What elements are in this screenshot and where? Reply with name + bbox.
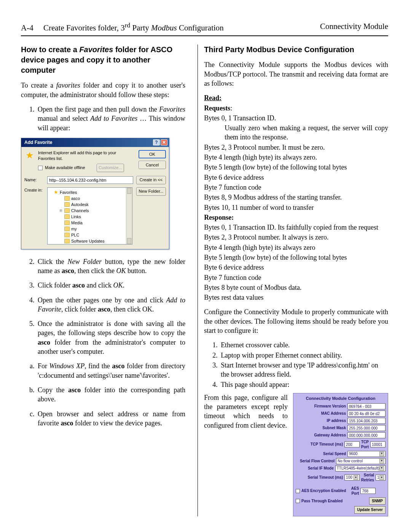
req-line: Byte 6 device address	[204, 173, 388, 182]
new-folder-button[interactable]: New Folder...	[136, 187, 166, 196]
chevron-down-icon: ▾	[379, 459, 384, 463]
mac-field[interactable]: 00 20 4a d8 0e d2	[347, 411, 386, 417]
ip-field[interactable]: 155.104.006.203	[347, 418, 386, 424]
createin-label: Create in:	[24, 187, 44, 193]
step-5: Once the administrator is done with savi…	[36, 319, 185, 356]
side-text: From this page, configure all the parame…	[204, 393, 288, 516]
folder-icon	[64, 196, 70, 201]
cfg-para: Configure the Connectivity Module to pro…	[204, 307, 388, 335]
serialif-select[interactable]: TTLRS485-4wire(default)▾	[335, 465, 386, 471]
req-line: Byte 7 function code	[204, 183, 388, 192]
tcptimeout-field[interactable]: 200	[344, 441, 360, 447]
req-line: Bytes 10, 11 number of word to transfer	[204, 203, 388, 212]
ok-button[interactable]: OK	[139, 150, 166, 158]
resp-line: Bytes 2, 3 Protocol number. It always is…	[204, 233, 388, 242]
close-icon[interactable]: ✕	[161, 139, 167, 145]
folder-icon	[64, 202, 70, 207]
page-header: A-4 Create Favorites folder, 3rd Party M…	[21, 21, 388, 33]
offline-checkbox[interactable]	[38, 166, 43, 170]
aes-checkbox[interactable]	[296, 489, 300, 493]
createin-toggle-button[interactable]: Create in <<	[136, 176, 166, 184]
folder-icon	[64, 220, 70, 225]
chevron-down-icon: ▾	[379, 466, 384, 471]
snmp-button[interactable]: SNMP	[369, 497, 386, 505]
read-heading: Read:	[204, 94, 221, 102]
resp-line: Byte 5 length (low byte) of the followin…	[204, 253, 388, 262]
add-favorite-dialog: Add Favorite ? ✕ ★ Internet Explorer wil…	[21, 138, 169, 249]
dialog-title: Add Favorite	[24, 139, 52, 145]
chevron-down-icon: ▾	[379, 475, 384, 480]
req-line: Bytes 8, 9 Modbus address of the startin…	[204, 193, 388, 202]
folder-tree[interactable]: ★Favorites asco Autodesk ⊞Channels Links…	[47, 187, 132, 244]
substep-a: For Windows XP, find the asco folder fro…	[36, 361, 185, 380]
right-intro: The Connectivity Module supports the Mod…	[204, 60, 388, 88]
substep-c: Open browser and select address or name …	[36, 409, 185, 428]
serialtimeout-select[interactable]: 100▾	[344, 474, 360, 481]
cfg-step: Ethernet crossover cable.	[219, 340, 388, 350]
resp-line: Bytes rest data values	[204, 293, 388, 302]
help-icon[interactable]: ?	[153, 139, 160, 145]
dialog-titlebar[interactable]: Add Favorite ? ✕	[21, 138, 169, 147]
update-server-button[interactable]: Update Server	[354, 506, 386, 514]
serialspeed-select[interactable]: 9600▾	[347, 451, 386, 457]
chevron-down-icon: ▾	[354, 475, 358, 480]
cfg-step: Start Internet browser and type 'IP addr…	[219, 361, 388, 379]
folder-icon	[64, 214, 70, 219]
cfg-step: This page should appear:	[219, 380, 388, 389]
cfg-title: Connectivity Module Configuration	[296, 396, 386, 401]
name-input[interactable]	[47, 176, 133, 184]
aesport-field[interactable]: 768	[360, 488, 376, 494]
resp-line: Byte 4 length (high byte) its always zer…	[204, 243, 388, 252]
step-4: Open the other pages one by one and clic…	[36, 296, 185, 314]
subnet-field[interactable]: 255.255.000.000	[347, 425, 386, 431]
resp-line: Bytes 8 byte count of Modbus data.	[204, 283, 388, 292]
favorites-icon: ★	[54, 189, 58, 195]
resp-line: Bytes 0, 1 Transaction ID. Its faithfull…	[204, 223, 388, 232]
page-number: A-4	[21, 23, 33, 32]
step-3: Click folder asco and click OK.	[36, 281, 185, 290]
dialog-message: Internet Explorer will add this page to …	[38, 150, 132, 161]
gateway-field[interactable]: 000.000.000.000	[347, 432, 386, 438]
header-right: Connectivity Module	[320, 21, 388, 33]
step-1: Open the first page and then pull down t…	[36, 105, 185, 133]
customize-button: Customize...	[97, 164, 124, 172]
star-icon: ★	[24, 150, 35, 161]
cancel-button[interactable]: Cancel	[139, 161, 166, 169]
serialretries-select[interactable]: 1▾	[376, 474, 386, 481]
resp-line: Byte 6 device address	[204, 263, 388, 272]
substep-b: Copy the asco folder into the correspond…	[36, 385, 185, 404]
serialflow-select[interactable]: No flow control▾	[336, 458, 386, 464]
step-2: Click the New Folder button, type the ne…	[36, 257, 185, 276]
passthrough-checkbox[interactable]	[296, 499, 300, 503]
folder-icon	[64, 239, 70, 243]
folder-icon	[64, 233, 70, 237]
resp-line: Byte 7 function code	[204, 273, 388, 282]
req-line: Bytes 2, 3 Protocol number. It must be z…	[204, 143, 388, 152]
offline-label: Make available offline	[45, 165, 85, 171]
req-line: Usually zero when making a request, the …	[225, 123, 388, 142]
requests-heading: Requests	[204, 104, 230, 112]
chevron-down-icon: ▾	[379, 452, 384, 456]
req-line: Byte 5 length (low byte) of the followin…	[204, 163, 388, 172]
req-line: Bytes 0, 1 Transaction ID.	[204, 113, 388, 123]
folder-icon	[64, 208, 70, 213]
tree-scrollbar[interactable]	[126, 188, 132, 244]
config-panel: Connectivity Module Configuration Firmwa…	[293, 393, 388, 516]
right-heading: Third Party Modbus Device Configuration	[204, 45, 388, 55]
tcpport-field[interactable]: 10001	[370, 441, 386, 447]
req-line: Byte 4 length (high byte) its always zer…	[204, 153, 388, 162]
name-label: Name:	[24, 177, 44, 183]
left-intro: To create a favorites folder and copy it…	[21, 81, 185, 99]
response-heading: Response:	[204, 214, 234, 221]
left-heading: How to create a Favorites folder for ASC…	[21, 45, 185, 75]
folder-icon	[64, 227, 70, 231]
firmware-field[interactable]: 869764 - 003	[347, 403, 386, 409]
cfg-step: Laptop with proper Ethernet connect abil…	[219, 351, 388, 360]
header-rule	[21, 35, 388, 36]
